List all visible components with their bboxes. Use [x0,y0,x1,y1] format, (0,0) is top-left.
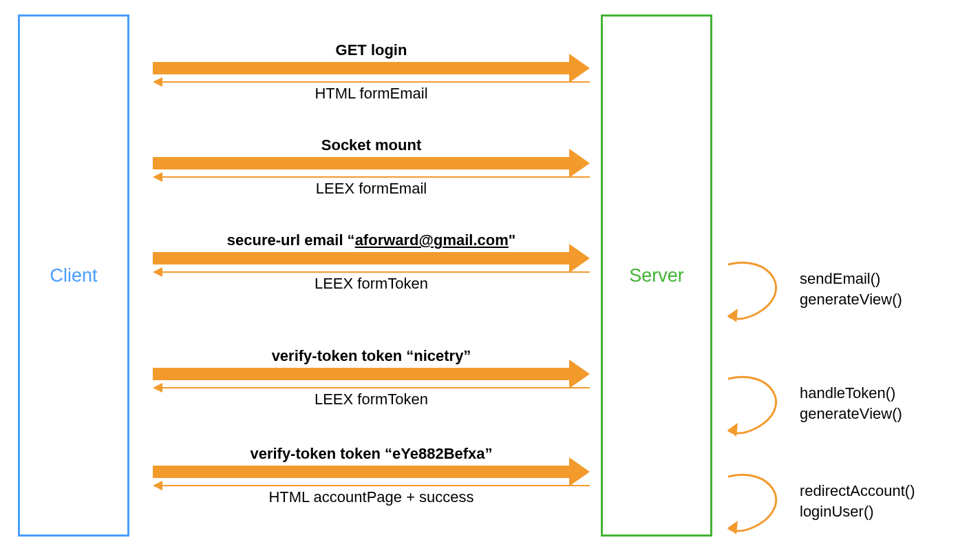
server-op-2-line-0: redirectAccount() [800,481,915,501]
arrow-right-1 [153,157,571,169]
server-op-1-line-0: handleToken() [800,383,902,404]
svg-marker-1 [728,423,738,437]
server-loop-0 [721,259,787,325]
client-box: Client [18,14,129,537]
server-op-2-line-1: loginUser() [800,501,915,522]
arrow-right-2 [153,252,571,264]
exchange-0: GET login HTML formEmail [153,41,590,103]
arrow-left-0 [162,81,590,83]
server-label: Server [629,265,684,287]
arrow-right-0 [153,62,571,74]
exchange-4: verify-token token “eYe882Befxa” HTML ac… [153,445,590,506]
request-pre-2: secure-url email “ [227,231,355,249]
svg-marker-0 [728,309,738,322]
server-loop-labels-0: sendEmail() generateView() [800,269,902,309]
exchange-3: verify-token token “nicetry” LEEX formTo… [153,347,590,408]
server-loop-1 [721,373,787,439]
arrow-left-2 [162,271,590,273]
arrow-right-3 [153,368,571,380]
arrow-right-4 [153,466,571,478]
server-loop-labels-2: redirectAccount() loginUser() [800,481,915,521]
exchange-1: Socket mount LEEX formEmail [153,136,590,198]
arrow-left-3 [162,387,590,388]
arrow-left-1 [162,176,590,178]
server-loop-labels-1: handleToken() generateView() [800,383,902,424]
request-post-2: " [509,231,515,249]
response-label-0: HTML formEmail [153,85,590,103]
arrow-left-4 [162,485,590,486]
request-label-1: Socket mount [153,136,590,154]
server-op-1-line-1: generateView() [800,404,902,424]
request-label-0: GET login [153,41,590,59]
server-box: Server [601,14,712,537]
server-loop-2 [721,471,787,537]
server-op-0-line-0: sendEmail() [800,269,902,289]
request-label-4: verify-token token “eYe882Befxa” [153,445,590,463]
request-label-3: verify-token token “nicetry” [153,347,590,365]
server-op-0-line-1: generateView() [800,289,902,310]
response-label-2: LEEX formToken [153,275,590,293]
exchange-2: secure-url email “aforward@gmail.com" LE… [153,231,590,293]
client-label: Client [50,265,97,287]
request-label-2: secure-url email “aforward@gmail.com" [153,231,590,249]
svg-marker-2 [728,521,738,534]
response-label-3: LEEX formToken [153,391,590,408]
response-label-4: HTML accountPage + success [153,488,590,506]
response-label-1: LEEX formEmail [153,180,590,198]
request-email-2: aforward@gmail.com [355,231,509,249]
